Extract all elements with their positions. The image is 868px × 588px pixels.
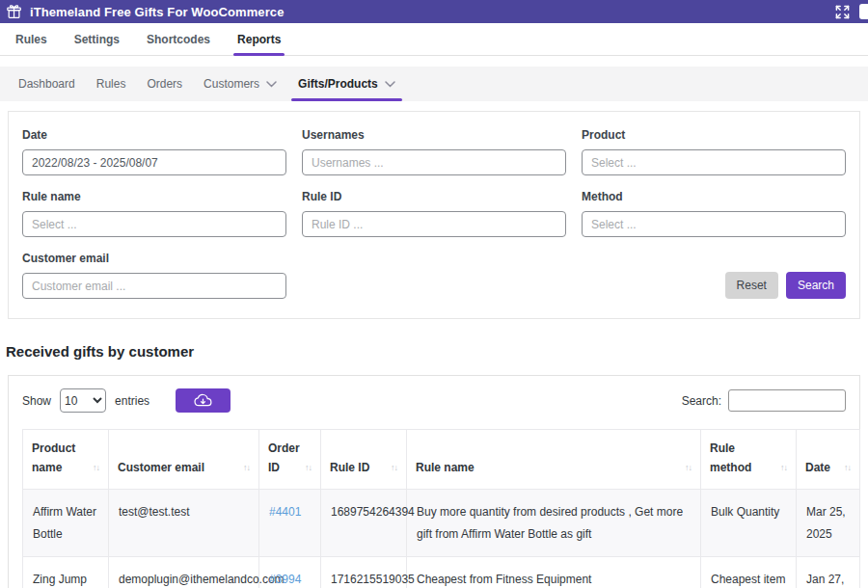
column-label: Customer email	[118, 458, 204, 477]
app-title: iThemeland Free Gifts For WooCommerce	[30, 5, 285, 19]
cell-order-id: #4401	[259, 489, 321, 557]
cell-order-id: #3994	[259, 557, 321, 588]
subnav-orders[interactable]: Orders	[136, 67, 193, 101]
cell-product-name: Zing Jump Rope	[23, 557, 109, 588]
filter-rule-id-field: Rule ID	[302, 190, 566, 237]
table-search-input[interactable]	[728, 389, 846, 412]
filter-rule-name-field: Rule name	[22, 190, 286, 237]
cloud-download-icon	[193, 393, 213, 408]
cell-customer-email: test@test.test	[109, 489, 259, 557]
customer-email-input[interactable]	[22, 273, 286, 299]
main-nav: Rules Settings Shortcodes Reports	[0, 23, 868, 56]
received-gifts-table-card: Show 10 entries Search: Product name↑↓ C…	[8, 375, 860, 588]
filter-grid-spacer	[302, 252, 566, 299]
tab-settings[interactable]: Settings	[61, 23, 133, 55]
received-gifts-table: Product name↑↓ Customer email↑↓ Order ID…	[22, 429, 860, 588]
subnav-orders-label: Orders	[147, 77, 182, 91]
filter-rule-id-label: Rule ID	[302, 190, 566, 203]
sort-icon: ↑↓	[391, 461, 397, 477]
cell-rule-method: Cheapest item in cart	[701, 557, 797, 588]
sort-icon: ↑↓	[844, 461, 851, 477]
sort-icon: ↑↓	[243, 461, 250, 477]
column-header-rule-id[interactable]: Rule ID↑↓	[321, 430, 407, 490]
filter-customer-email-field: Customer email	[22, 252, 286, 299]
subnav-customers-label: Customers	[203, 77, 259, 91]
tab-reports[interactable]: Reports	[224, 23, 294, 55]
section-title: Received gifts by customer	[6, 343, 862, 360]
report-filters-panel: Date Usernames Product Rule name Rule ID…	[8, 111, 860, 319]
cell-rule-id: 1716215519035	[321, 557, 407, 588]
subnav-rules-label: Rules	[96, 77, 126, 91]
page-length-select[interactable]: 10	[60, 388, 106, 413]
filter-rule-name-label: Rule name	[22, 190, 286, 203]
column-label: Rule method	[710, 439, 777, 478]
rule-id-input[interactable]	[302, 211, 566, 237]
search-button[interactable]: Search	[786, 272, 846, 299]
filter-method-field: Method	[582, 190, 846, 237]
chevron-down-icon	[385, 81, 395, 88]
window-edge-decoration	[859, 4, 868, 19]
sort-icon: ↑↓	[305, 461, 312, 477]
table-controls: Show 10 entries Search:	[22, 388, 846, 413]
gift-icon	[6, 4, 23, 20]
table-search-label: Search:	[682, 394, 721, 408]
subnav-rules[interactable]: Rules	[86, 67, 137, 101]
tab-rules[interactable]: Rules	[2, 23, 61, 55]
column-header-rule-method[interactable]: Rule method↑↓	[701, 430, 797, 490]
filter-product-field: Product	[582, 128, 846, 175]
chevron-down-icon	[266, 81, 277, 88]
reset-button[interactable]: Reset	[725, 272, 778, 299]
sort-icon: ↑↓	[780, 461, 787, 477]
column-header-product-name[interactable]: Product name↑↓	[23, 430, 109, 490]
order-link[interactable]: #3994	[269, 573, 301, 586]
app-header: iThemeland Free Gifts For WooCommerce	[0, 0, 868, 23]
tab-shortcodes[interactable]: Shortcodes	[133, 23, 224, 55]
table-row: Affirm Water Bottle test@test.test #4401…	[23, 489, 860, 557]
filter-method-label: Method	[582, 190, 846, 203]
date-range-input[interactable]	[22, 149, 286, 175]
sort-icon: ↑↓	[93, 461, 99, 477]
column-label: Order ID	[268, 439, 302, 478]
fullscreen-icon[interactable]	[835, 5, 850, 19]
filter-product-label: Product	[582, 128, 846, 142]
rule-name-select-input[interactable]	[22, 211, 286, 237]
sort-icon: ↑↓	[685, 461, 692, 477]
method-select-input[interactable]	[582, 211, 846, 237]
show-label: Show	[22, 394, 51, 408]
column-header-date[interactable]: Date↑↓	[797, 430, 860, 490]
column-label: Date	[805, 458, 830, 477]
entries-label: entries	[115, 394, 149, 408]
order-link[interactable]: #4401	[269, 505, 301, 519]
subnav-customers[interactable]: Customers	[193, 67, 287, 101]
cell-rule-name: Cheapest from Fitness Equipment	[407, 557, 701, 588]
cell-date: Mar 25, 2025	[797, 489, 860, 557]
export-button[interactable]	[176, 388, 231, 413]
filter-actions: Reset Search	[582, 252, 846, 299]
filter-date-label: Date	[22, 128, 286, 142]
cell-date: Jan 27, 2025	[797, 557, 860, 588]
table-row: Zing Jump Rope demoplugin@ithemelandco.c…	[23, 557, 860, 588]
cell-rule-name: Buy more quantity from desired products …	[407, 489, 701, 557]
subnav-dashboard-label: Dashboard	[18, 77, 75, 91]
table-header-row: Product name↑↓ Customer email↑↓ Order ID…	[23, 430, 860, 490]
filter-date-field: Date	[22, 128, 286, 175]
column-header-customer-email[interactable]: Customer email↑↓	[109, 430, 259, 490]
column-label: Product name	[32, 439, 90, 478]
column-header-rule-name[interactable]: Rule name↑↓	[407, 430, 701, 490]
product-select-input[interactable]	[582, 149, 846, 175]
cell-customer-email: demoplugin@ithemelandco.com	[109, 557, 259, 588]
cell-rule-id: 1689754264394	[321, 489, 407, 557]
column-label: Rule name	[416, 458, 475, 477]
table-search: Search:	[682, 389, 846, 412]
cell-rule-method: Bulk Quantity	[701, 489, 797, 557]
subnav-dashboard[interactable]: Dashboard	[8, 67, 86, 101]
cell-product-name: Affirm Water Bottle	[23, 489, 109, 557]
usernames-input[interactable]	[302, 149, 566, 175]
filter-customer-email-label: Customer email	[22, 252, 286, 265]
column-header-order-id[interactable]: Order ID↑↓	[259, 430, 321, 490]
subnav-gifts-products-label: Gifts/Products	[298, 77, 378, 91]
subnav-gifts-products[interactable]: Gifts/Products	[287, 67, 406, 101]
reports-subnav: Dashboard Rules Orders Customers Gifts/P…	[0, 67, 868, 101]
filter-usernames-field: Usernames	[302, 128, 566, 175]
column-label: Rule ID	[330, 458, 369, 477]
